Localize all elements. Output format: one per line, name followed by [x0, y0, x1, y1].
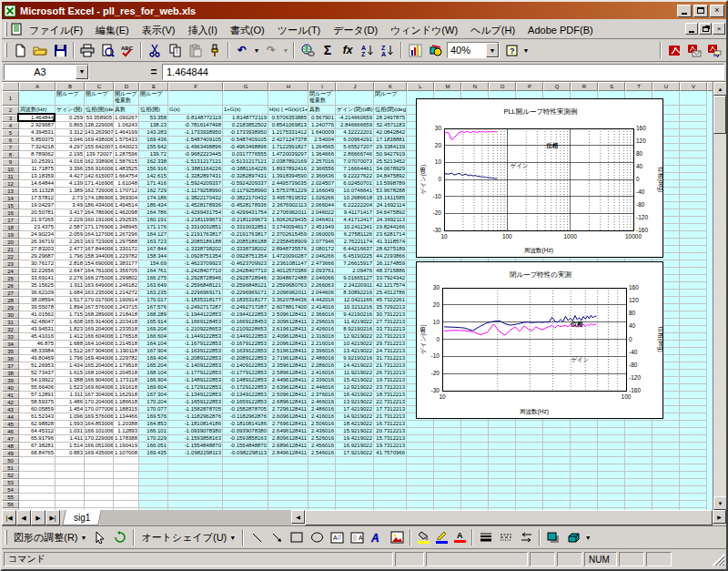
- cell[interactable]: 169.404006: [85, 355, 114, 362]
- cell[interactable]: 53.9678288: [374, 188, 407, 195]
- cell[interactable]: 170.017: [139, 297, 168, 304]
- row-header-6[interactable]: 6: [2, 137, 19, 144]
- row-header-32[interactable]: 32: [2, 326, 19, 333]
- cell[interactable]: [625, 494, 652, 501]
- cell[interactable]: 2.426016: [308, 326, 336, 333]
- row-header-11[interactable]: 11: [2, 173, 19, 180]
- column-header-M[interactable]: M: [434, 82, 461, 91]
- cell[interactable]: [434, 421, 461, 428]
- cell[interactable]: [114, 472, 139, 479]
- column-header-A[interactable]: A: [19, 82, 56, 91]
- zoom-combobox[interactable]: 40% ▼: [447, 42, 500, 58]
- chart-closed-loop[interactable]: 閉ループ特性の実測-30-20-10010203016012080400-40-…: [416, 261, 663, 419]
- cell[interactable]: 2.166049: [308, 188, 336, 195]
- cell[interactable]: 2.060009: [308, 231, 336, 239]
- sort-descending-button[interactable]: ZA: [378, 41, 398, 59]
- cell[interactable]: [168, 508, 223, 510]
- cell[interactable]: 1.608: [56, 319, 85, 326]
- cell[interactable]: 21.7312213: [374, 362, 407, 370]
- cell[interactable]: [407, 479, 434, 486]
- cell[interactable]: 174.186: [139, 195, 168, 202]
- cell[interactable]: 45.7322261: [374, 297, 407, 304]
- cell[interactable]: 170.017006: [85, 297, 114, 304]
- redo-icon[interactable]: ↷: [261, 41, 281, 59]
- cell[interactable]: [571, 479, 598, 486]
- cell[interactable]: [680, 224, 707, 231]
- cell[interactable]: [139, 494, 168, 501]
- cell[interactable]: [516, 486, 543, 494]
- cell[interactable]: -0.3822170432: [223, 195, 268, 202]
- cell[interactable]: -1.1179258990: [168, 188, 223, 195]
- cell[interactable]: [625, 421, 652, 428]
- cell[interactable]: 2.0387892169: [268, 158, 308, 166]
- cell[interactable]: [114, 501, 139, 508]
- cell[interactable]: 23.4375: [19, 224, 56, 231]
- cell[interactable]: [680, 355, 707, 362]
- cell[interactable]: 2.336016: [308, 377, 336, 384]
- cell[interactable]: 1.214272: [114, 290, 139, 297]
- cell[interactable]: [168, 457, 223, 464]
- cell[interactable]: [571, 450, 598, 457]
- cell[interactable]: [543, 494, 571, 501]
- cell[interactable]: 2.451949: [308, 224, 336, 231]
- cell[interactable]: [85, 494, 114, 501]
- cell[interactable]: 25.4312786: [374, 290, 407, 297]
- cell[interactable]: 0.8148772119: [168, 115, 223, 122]
- wordart-button[interactable]: A: [367, 528, 387, 546]
- menu-item-4[interactable]: 書式(O): [224, 23, 271, 37]
- cell[interactable]: [434, 443, 461, 450]
- last-sheet-button[interactable]: ▶|: [46, 510, 60, 525]
- cell[interactable]: [625, 486, 652, 494]
- cell[interactable]: -1.1659122853: [168, 399, 223, 406]
- cell[interactable]: [680, 464, 707, 472]
- sort-ascending-button[interactable]: AZ: [358, 41, 378, 59]
- cell[interactable]: -0.7816147498: [168, 122, 223, 129]
- cell[interactable]: 18.7312213: [374, 392, 407, 399]
- cell[interactable]: [625, 428, 652, 435]
- cell[interactable]: [139, 486, 168, 494]
- cell[interactable]: 1.462098: [114, 209, 139, 217]
- cell[interactable]: [19, 486, 56, 494]
- cell[interactable]: [598, 472, 625, 479]
- cell[interactable]: 29.29687: [19, 253, 56, 260]
- cell[interactable]: 1.179518: [114, 362, 139, 370]
- cell[interactable]: [543, 479, 571, 486]
- cell[interactable]: -1.1729122853: [168, 384, 223, 392]
- cell[interactable]: 30.7312213: [374, 311, 407, 319]
- cell[interactable]: 4.016: [56, 158, 85, 166]
- cell[interactable]: [625, 450, 652, 457]
- cell[interactable]: 2.929687: [19, 122, 56, 129]
- row-header-20[interactable]: 20: [2, 239, 19, 246]
- cell[interactable]: [680, 91, 707, 106]
- cell[interactable]: 35.7292213: [374, 304, 407, 311]
- cell[interactable]: 68.84765: [19, 450, 56, 457]
- cell[interactable]: 1.190118: [114, 348, 139, 355]
- cell[interactable]: [652, 464, 680, 472]
- cell[interactable]: 3.1740094617: [268, 224, 308, 231]
- cell[interactable]: 143.283: [139, 129, 168, 137]
- row-header-9[interactable]: 9: [2, 158, 19, 166]
- cell[interactable]: -0.1593858163: [223, 435, 268, 443]
- cell[interactable]: 2.366636: [308, 173, 336, 180]
- cell[interactable]: [571, 428, 598, 435]
- column-header-P[interactable]: P: [516, 82, 543, 91]
- cell[interactable]: 14.64844: [19, 180, 56, 188]
- cell[interactable]: [680, 217, 707, 224]
- cell[interactable]: 2.046401: [308, 217, 336, 224]
- cell[interactable]: -0.1639122853: [223, 348, 268, 355]
- cell[interactable]: 1.107008: [114, 450, 139, 457]
- print-button[interactable]: [77, 41, 97, 59]
- cell[interactable]: [543, 464, 571, 472]
- cell[interactable]: [268, 464, 308, 472]
- cell[interactable]: [85, 464, 114, 472]
- cell[interactable]: [680, 180, 707, 188]
- chart-open-loop[interactable]: PLL開ループ特性実測例-30-20-10010203016012080400-…: [416, 98, 663, 258]
- cell[interactable]: 2.296016: [308, 319, 336, 326]
- cell[interactable]: [308, 508, 336, 510]
- cell[interactable]: 12.9219022: [336, 333, 374, 341]
- cell[interactable]: 2.7196128411: [268, 355, 308, 362]
- cell[interactable]: -1.1944122853: [168, 311, 223, 319]
- cell[interactable]: 162.729006: [85, 188, 114, 195]
- cell[interactable]: -0.1582878705: [223, 406, 268, 413]
- cell[interactable]: [268, 501, 308, 508]
